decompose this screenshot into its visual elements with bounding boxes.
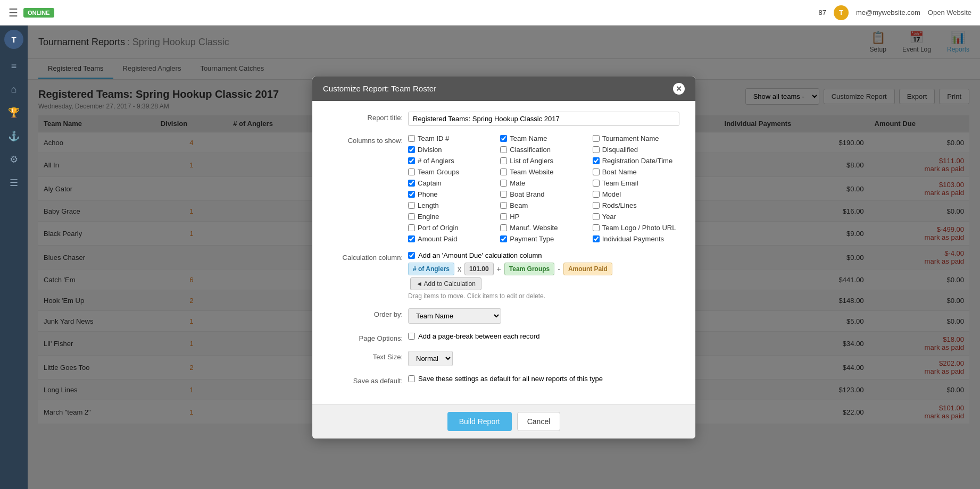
col-item-year[interactable]: Year: [593, 213, 679, 221]
checkbox-captain[interactable]: [408, 180, 415, 187]
save-default-checkbox[interactable]: [408, 375, 415, 382]
checkbox-mate[interactable]: [500, 180, 507, 187]
col-item-reg_date[interactable]: Registration Date/Time: [593, 157, 679, 165]
col-item-captain[interactable]: Captain: [408, 179, 495, 187]
checkbox-list_anglers[interactable]: [500, 157, 507, 164]
checkbox-year[interactable]: [593, 213, 600, 220]
modal-header: Customize Report: Team Roster ✕: [312, 77, 695, 101]
sidebar-item-settings[interactable]: ⚙: [3, 149, 24, 170]
col-item-division[interactable]: Division: [408, 146, 495, 154]
checkbox-boat_brand[interactable]: [500, 191, 507, 198]
checkbox-phone[interactable]: [408, 191, 415, 198]
checkbox-model[interactable]: [593, 191, 600, 198]
calc-tag-value[interactable]: 101.00: [464, 263, 494, 275]
col-item-hp[interactable]: HP: [500, 213, 587, 221]
sidebar-item-anchor[interactable]: ⚓: [3, 125, 24, 147]
col-item-phone[interactable]: Phone: [408, 190, 495, 198]
modal-close-button[interactable]: ✕: [673, 83, 685, 95]
col-item-team_email[interactable]: Team Email: [593, 179, 679, 187]
checkbox-amount_paid[interactable]: [408, 235, 415, 242]
checkbox-hp[interactable]: [500, 213, 507, 220]
calc-checkbox[interactable]: [408, 252, 415, 259]
col-item-team_website[interactable]: Team Website: [500, 168, 587, 176]
modal-footer: Build Report Cancel: [312, 404, 695, 439]
col-item-beam[interactable]: Beam: [500, 201, 587, 209]
col-item-boat_name[interactable]: Boat Name: [593, 168, 679, 176]
col-item-manuf_website[interactable]: Manuf. Website: [500, 224, 587, 232]
sidebar-item-home[interactable]: ⌂: [3, 79, 24, 100]
col-item-port_origin[interactable]: Port of Origin: [408, 224, 495, 232]
sidebar-item-trophy[interactable]: 🏆: [3, 102, 24, 123]
col-item-team_groups[interactable]: Team Groups: [408, 168, 495, 176]
checkbox-manuf_website[interactable]: [500, 224, 507, 231]
checkbox-beam[interactable]: [500, 202, 507, 209]
order-by-select[interactable]: Team Name Division # of Anglers Registra…: [408, 308, 501, 324]
col-item-team_id[interactable]: Team ID #: [408, 134, 495, 142]
text-size-row: Text Size: Normal Small Large: [328, 351, 679, 366]
sidebar: T ≡ ⌂ 🏆 ⚓ ⚙ ☰: [0, 26, 28, 489]
open-website-link[interactable]: Open Website: [928, 9, 971, 16]
col-item-disqualified[interactable]: Disqualified: [593, 146, 679, 154]
col-item-team_name[interactable]: Team Name: [500, 134, 587, 142]
calc-tag-amount-paid[interactable]: Amount Paid: [563, 263, 612, 275]
col-item-rods_lines[interactable]: Rods/Lines: [593, 201, 679, 209]
topbar-left: ☰ ONLINE: [9, 6, 812, 19]
col-item-boat_brand[interactable]: Boat Brand: [500, 190, 587, 198]
sidebar-item-menu[interactable]: ≡: [3, 55, 24, 77]
user-email[interactable]: me@mywebsite.com: [856, 9, 920, 16]
topbar-right: 87 T me@mywebsite.com Open Website: [819, 5, 971, 20]
save-default-checkbox-label[interactable]: Save these settings as default for all n…: [408, 375, 603, 383]
calc-op-1: x: [456, 265, 462, 273]
page-break-label[interactable]: Add a page-break between each record: [408, 332, 539, 340]
calc-hint: Drag items to move. Click items to edit …: [408, 292, 679, 300]
col-item-list_anglers[interactable]: List of Anglers: [500, 157, 587, 165]
checkbox-team_logo[interactable]: [593, 224, 600, 231]
checkbox-rods_lines[interactable]: [593, 202, 600, 209]
report-title-label: Report title:: [328, 112, 403, 122]
col-item-mate[interactable]: Mate: [500, 179, 587, 187]
calc-tag-groups[interactable]: Team Groups: [504, 263, 554, 275]
checkbox-engine[interactable]: [408, 213, 415, 220]
checkbox-port_origin[interactable]: [408, 224, 415, 231]
columns-row: Columns to show: Team ID #Team NameTourn…: [328, 134, 679, 243]
sidebar-avatar: T: [4, 30, 23, 49]
col-item-amount_paid[interactable]: Amount Paid: [408, 235, 495, 243]
checkbox-team_id[interactable]: [408, 135, 415, 142]
col-item-classification[interactable]: Classification: [500, 146, 587, 154]
col-item-payment_type[interactable]: Payment Type: [500, 235, 587, 243]
col-item-length[interactable]: Length: [408, 201, 495, 209]
modal-body: Report title: Columns to show: Team ID #…: [312, 101, 695, 404]
add-to-calc-button[interactable]: ◄ Add to Calculation: [410, 277, 481, 290]
build-report-button[interactable]: Build Report: [447, 412, 512, 431]
calc-checkbox-label[interactable]: Add an 'Amount Due' calculation column: [408, 251, 679, 259]
col-item-engine[interactable]: Engine: [408, 213, 495, 221]
sidebar-item-list[interactable]: ☰: [3, 172, 24, 193]
menu-icon[interactable]: ☰: [9, 6, 18, 19]
checkbox-reg_date[interactable]: [593, 157, 600, 164]
col-item-model[interactable]: Model: [593, 190, 679, 198]
checkbox-disqualified[interactable]: [593, 146, 600, 153]
checkbox-boat_name[interactable]: [593, 168, 600, 175]
checkbox-individual_payments[interactable]: [593, 235, 600, 242]
col-item-individual_payments[interactable]: Individual Payments: [593, 235, 679, 243]
col-item-team_logo[interactable]: Team Logo / Photo URL: [593, 224, 679, 232]
columns-label: Columns to show:: [328, 134, 403, 145]
checkbox-team_groups[interactable]: [408, 168, 415, 175]
col-item-num_anglers[interactable]: # of Anglers: [408, 157, 495, 165]
checkbox-team_name[interactable]: [500, 135, 507, 142]
calc-tag-anglers[interactable]: # of Anglers: [408, 263, 454, 275]
checkbox-team_email[interactable]: [593, 180, 600, 187]
report-title-input[interactable]: [408, 112, 679, 126]
col-item-tournament_name[interactable]: Tournament Name: [593, 134, 679, 142]
checkbox-length[interactable]: [408, 202, 415, 209]
calc-label: Calculation column:: [328, 251, 403, 262]
checkbox-num_anglers[interactable]: [408, 157, 415, 164]
checkbox-payment_type[interactable]: [500, 235, 507, 242]
page-break-checkbox[interactable]: [408, 333, 415, 340]
checkbox-division[interactable]: [408, 146, 415, 153]
cancel-button[interactable]: Cancel: [517, 412, 561, 431]
text-size-select[interactable]: Normal Small Large: [408, 351, 453, 366]
checkbox-classification[interactable]: [500, 146, 507, 153]
checkbox-tournament_name[interactable]: [593, 135, 600, 142]
checkbox-team_website[interactable]: [500, 168, 507, 175]
